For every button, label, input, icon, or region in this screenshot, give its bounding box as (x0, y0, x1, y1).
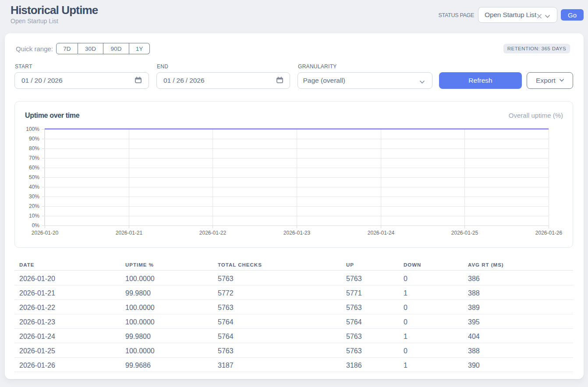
svg-text:70%: 70% (29, 155, 39, 161)
svg-text:2026-01-23: 2026-01-23 (283, 230, 311, 236)
svg-text:0%: 0% (32, 222, 40, 229)
svg-text:40%: 40% (29, 184, 39, 190)
svg-text:50%: 50% (29, 174, 39, 180)
svg-text:2026-01-24: 2026-01-24 (368, 230, 395, 236)
svg-text:2026-01-20: 2026-01-20 (32, 230, 59, 236)
svg-text:60%: 60% (29, 165, 39, 171)
svg-text:30%: 30% (29, 194, 39, 200)
svg-text:10%: 10% (29, 213, 39, 219)
svg-text:2026-01-25: 2026-01-25 (451, 230, 478, 236)
svg-text:80%: 80% (29, 145, 39, 151)
svg-text:2026-01-21: 2026-01-21 (116, 230, 143, 236)
svg-text:2026-01-22: 2026-01-22 (199, 230, 227, 236)
svg-text:90%: 90% (29, 136, 39, 142)
svg-text:2026-01-26: 2026-01-26 (535, 230, 563, 236)
svg-text:100%: 100% (26, 126, 39, 132)
svg-text:20%: 20% (29, 203, 39, 209)
